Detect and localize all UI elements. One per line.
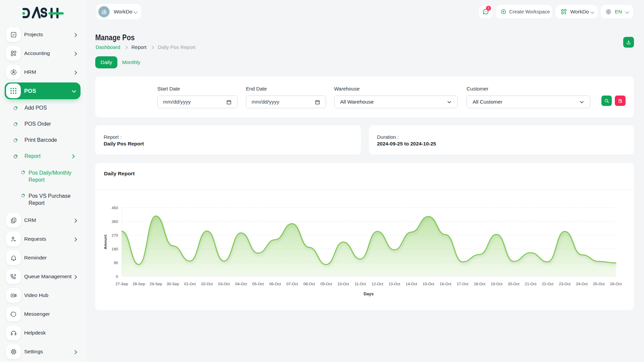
svg-text:05-Oct: 05-Oct xyxy=(252,282,264,286)
svg-text:30-Sep: 30-Sep xyxy=(167,282,179,286)
svg-text:180: 180 xyxy=(112,247,118,251)
svg-text:21-Oct: 21-Oct xyxy=(525,282,537,286)
svg-text:10-Oct: 10-Oct xyxy=(337,282,349,286)
svg-text:06-Oct: 06-Oct xyxy=(269,282,281,286)
svg-text:90: 90 xyxy=(114,261,118,265)
svg-text:26-Oct: 26-Oct xyxy=(610,282,622,286)
svg-text:24-Oct: 24-Oct xyxy=(576,282,588,286)
svg-text:270: 270 xyxy=(112,233,118,237)
svg-text:19-Oct: 19-Oct xyxy=(491,282,502,286)
svg-text:13-Oct: 13-Oct xyxy=(388,282,400,286)
svg-text:11-Oct: 11-Oct xyxy=(355,282,366,286)
svg-text:02-Oct: 02-Oct xyxy=(201,282,213,286)
svg-text:01-Oct: 01-Oct xyxy=(184,282,196,286)
svg-text:0: 0 xyxy=(116,275,118,279)
svg-text:Amount: Amount xyxy=(103,235,107,249)
svg-text:08-Oct: 08-Oct xyxy=(303,282,315,286)
svg-text:450: 450 xyxy=(112,206,118,210)
svg-text:29-Sep: 29-Sep xyxy=(150,282,162,286)
svg-text:20-Oct: 20-Oct xyxy=(508,282,520,286)
svg-text:12-Oct: 12-Oct xyxy=(372,282,383,286)
svg-text:Days: Days xyxy=(364,292,374,296)
svg-text:07-Oct: 07-Oct xyxy=(286,282,298,286)
svg-text:25-Oct: 25-Oct xyxy=(593,282,605,286)
svg-text:17-Oct: 17-Oct xyxy=(457,282,469,286)
svg-text:28-Sep: 28-Sep xyxy=(132,282,145,286)
svg-text:22-Oct: 22-Oct xyxy=(542,282,554,286)
svg-text:360: 360 xyxy=(112,220,118,224)
svg-text:23-Oct: 23-Oct xyxy=(559,282,571,286)
svg-text:09-Oct: 09-Oct xyxy=(320,282,332,286)
svg-text:16-Oct: 16-Oct xyxy=(440,282,451,286)
svg-text:15-Oct: 15-Oct xyxy=(423,282,434,286)
svg-text:04-Oct: 04-Oct xyxy=(235,282,247,286)
svg-text:27-Sep: 27-Sep xyxy=(115,282,128,286)
svg-text:18-Oct: 18-Oct xyxy=(474,282,485,286)
svg-text:03-Oct: 03-Oct xyxy=(218,282,230,286)
svg-text:14-Oct: 14-Oct xyxy=(406,282,417,286)
